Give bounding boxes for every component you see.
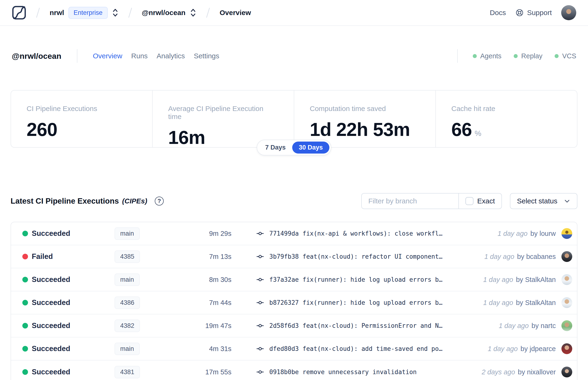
duration: 9m 29s [192,230,231,237]
git-commit-icon [256,276,264,284]
green-dot-icon [473,54,477,58]
indicator-agents[interactable]: Agents [473,52,501,60]
git-commit-icon [256,252,264,261]
breadcrumb-workspace[interactable]: @nrwl/ocean [142,9,186,17]
nav-actions: Docs Support [490,5,576,20]
life-buoy-icon [515,8,524,17]
tab-runs[interactable]: Runs [131,52,148,60]
git-commit-icon [256,229,264,237]
org-plan-badge: Enterprise [68,7,108,19]
author: by lourw [530,230,556,237]
exact-checkbox[interactable] [465,197,474,205]
status-label: Succeeded [32,344,70,353]
status-dot-icon [22,300,28,305]
org-selector-chevrons-icon[interactable] [112,8,118,18]
duration: 17m 55s [192,368,231,376]
tab-settings[interactable]: Settings [194,52,219,60]
commit-message: feat(nx-cloud): PermissionError and N… [303,322,442,329]
commit-message: remove unnecessary invalidation [303,368,417,376]
commit-hash: f37a32ae [269,276,299,283]
author: by bcabanes [517,253,556,261]
breadcrumb-separator [36,8,40,18]
commit-hash: dfed80d3 [269,345,299,352]
table-row[interactable]: Succeeded main 9m 29s 771499dafix(nx-api… [11,222,577,245]
table-row[interactable]: Succeeded 4381 17m 55s 0918b0beremove un… [11,361,577,380]
time-ago: 1 day ago [498,230,528,237]
stat-ci-pipeline-executions: CI Pipeline Executions 260 [11,91,153,147]
nx-cloud-logo-icon[interactable] [12,5,26,20]
breadcrumb-page[interactable]: Overview [220,9,251,17]
table-row[interactable]: Failed 4385 7m 13s 3b79fb38feat(nx-cloud… [11,245,577,268]
git-commit-icon [256,368,264,376]
commit-hash: 3b79fb38 [269,253,299,260]
table-row[interactable]: Succeeded main 8m 30s f37a32aefix(runner… [11,268,577,291]
status-dot-icon [22,346,28,352]
status-dot-icon [22,277,28,283]
workspace-header: @nrwl/ocean Overview Runs Analytics Sett… [0,47,588,64]
green-dot-icon [514,54,518,58]
stat-average-execution-time: Average CI Pipeline Execution time 16m [153,91,294,147]
tab-analytics[interactable]: Analytics [157,52,185,60]
cipe-table: Succeeded main 9m 29s 771499dafix(nx-api… [11,222,577,380]
workspace-selector-chevrons-icon[interactable] [190,8,196,18]
commit-message: feat(nx-cloud): add time-saved end po… [303,345,442,352]
commit-message: fix(nx-api & workflows): close workfl… [303,230,442,237]
stat-computation-time-saved: Computation time saved 1d 22h 53m [294,91,436,147]
indicator-vcs[interactable]: VCS [555,52,576,60]
status-label: Succeeded [32,322,70,330]
status-dot-icon [22,254,28,259]
branch-filter-input[interactable] [362,193,458,209]
author-avatar [561,251,572,262]
breadcrumb-separator [206,8,210,18]
user-avatar[interactable] [561,5,576,20]
commit-message: feat(nx-cloud): refactor UI component… [303,253,442,260]
divider [457,49,458,63]
exact-label: Exact [477,197,495,205]
breadcrumb: nrwl Enterprise @nrwl/ocean Overview [12,5,251,20]
docs-link[interactable]: Docs [490,9,506,17]
range-30-days-button[interactable]: 30 Days [292,142,329,153]
duration: 7m 44s [192,299,231,307]
time-ago: 1 day ago [499,322,529,330]
table-row[interactable]: Succeeded 4382 19m 47s 2d58f6d3feat(nx-c… [11,314,577,338]
tab-overview[interactable]: Overview [93,52,122,60]
indicator-replay[interactable]: Replay [514,52,542,60]
table-row[interactable]: Succeeded 4386 7m 44s b8726327fix(runner… [11,291,577,314]
status-select-dropdown[interactable]: Select status [510,193,577,209]
range-7-days-button[interactable]: 7 Days [259,142,292,153]
exact-match-toggle[interactable]: Exact [459,193,501,209]
branch-badge: 4386 [114,297,140,309]
branch-badge: main [114,342,140,355]
time-ago: 1 day ago [483,276,513,284]
support-link[interactable]: Support [515,8,552,17]
status-dot-icon [22,369,28,375]
author-avatar [561,297,572,308]
green-dot-icon [555,54,559,58]
page-title: @nrwl/ocean [12,52,61,61]
table-row[interactable]: Succeeded main 4m 31s dfed80d3feat(nx-cl… [11,338,577,361]
breadcrumb-separator [128,8,132,18]
duration: 19m 47s [192,322,231,330]
git-commit-icon [256,322,264,330]
status-dot-icon [22,231,28,236]
duration: 4m 31s [192,345,231,353]
commit-hash: b8726327 [269,299,299,306]
time-ago: 2 days ago [482,368,515,376]
breadcrumb-org[interactable]: nrwl [50,9,64,17]
commit-hash: 771499da [269,230,299,237]
commit-message: fix(runner): hide log upload errors b… [303,276,442,283]
service-indicators: Agents Replay VCS [473,52,576,60]
table-filters: Exact Select status [361,193,577,209]
author-avatar [561,228,572,239]
help-icon[interactable] [155,197,164,206]
git-commit-icon [256,299,264,307]
divider [77,49,77,63]
duration: 8m 30s [192,276,231,284]
author: by nartc [531,322,556,330]
status-label: Failed [32,252,53,261]
author: by StalkAltan [516,299,556,307]
top-nav: nrwl Enterprise @nrwl/ocean Overview Doc… [0,0,588,26]
status-dot-icon [22,323,28,328]
status-label: Succeeded [32,275,70,284]
workspace-tabs: Overview Runs Analytics Settings [93,52,219,60]
